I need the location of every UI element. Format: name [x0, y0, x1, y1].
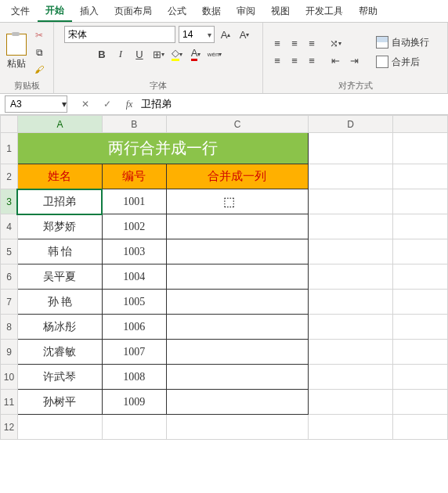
cell[interactable]: [393, 415, 448, 440]
cut-icon[interactable]: ✂: [31, 27, 47, 43]
align-middle-icon[interactable]: ≡: [287, 36, 302, 52]
underline-button[interactable]: U: [132, 46, 147, 62]
cell[interactable]: [393, 290, 448, 315]
tab-file[interactable]: 文件: [3, 2, 38, 21]
cell[interactable]: 1008: [102, 365, 166, 390]
grow-font-icon[interactable]: A▴: [218, 27, 233, 42]
cell[interactable]: 孙 艳: [17, 290, 102, 315]
cell[interactable]: [309, 415, 393, 440]
row-header-1[interactable]: 1: [1, 133, 18, 164]
bold-button[interactable]: B: [94, 46, 110, 62]
align-left-icon[interactable]: ≡: [269, 53, 285, 69]
cell[interactable]: [309, 315, 393, 340]
cell[interactable]: [309, 214, 393, 239]
name-box-input[interactable]: [5, 99, 62, 110]
confirm-icon[interactable]: ✓: [100, 97, 114, 111]
cell[interactable]: [393, 133, 448, 164]
cell[interactable]: [309, 365, 393, 390]
cell[interactable]: [17, 415, 102, 440]
phonetic-button[interactable]: wén▾: [207, 46, 222, 62]
font-name-combo[interactable]: ▾: [64, 26, 175, 43]
wrap-text-button[interactable]: 自动换行: [373, 34, 432, 51]
row-header-8[interactable]: 8: [1, 315, 18, 340]
border-button[interactable]: ⊞▾: [150, 46, 166, 62]
cell[interactable]: [166, 365, 309, 390]
name-box[interactable]: ▾: [5, 95, 67, 113]
row-header-7[interactable]: 7: [1, 290, 18, 315]
row-header-9[interactable]: 9: [1, 340, 18, 365]
cell[interactable]: 沈睿敏: [17, 340, 102, 365]
cell[interactable]: [393, 264, 448, 290]
align-top-icon[interactable]: ≡: [269, 36, 285, 52]
tab-dev[interactable]: 开发工具: [298, 2, 351, 21]
sheet-grid[interactable]: A B C D 1 两行合并成一行 2 姓名 编号 合并成一列 3 卫招弟 10…: [0, 115, 448, 440]
tab-home[interactable]: 开始: [38, 1, 72, 22]
header-merge[interactable]: 合并成一列: [166, 164, 309, 189]
chevron-down-icon[interactable]: ▾: [62, 99, 67, 110]
merge-button[interactable]: 合并后: [373, 54, 432, 70]
tab-insert[interactable]: 插入: [72, 2, 107, 21]
paste-icon[interactable]: [6, 34, 27, 56]
tab-layout[interactable]: 页面布局: [107, 2, 160, 21]
cell[interactable]: 1009: [102, 390, 166, 415]
row-header-4[interactable]: 4: [1, 214, 18, 239]
col-header-c[interactable]: C: [166, 116, 309, 133]
col-header-b[interactable]: B: [102, 116, 166, 133]
cell[interactable]: [166, 214, 309, 239]
cell[interactable]: 1005: [102, 290, 166, 315]
tab-review[interactable]: 审阅: [229, 2, 263, 21]
title-cell[interactable]: 两行合并成一行: [17, 133, 308, 164]
row-header-5[interactable]: 5: [1, 239, 18, 264]
tab-help[interactable]: 帮助: [351, 2, 385, 21]
row-header-3[interactable]: 3: [1, 189, 18, 214]
cell[interactable]: [393, 164, 448, 189]
cell[interactable]: [309, 340, 393, 365]
cell[interactable]: [393, 315, 448, 340]
col-header[interactable]: [393, 116, 448, 133]
cell[interactable]: [309, 189, 393, 214]
cell-a3[interactable]: 卫招弟: [17, 189, 102, 214]
cell[interactable]: 1004: [102, 264, 166, 290]
font-size-input[interactable]: [179, 29, 204, 40]
cell[interactable]: [393, 390, 448, 415]
cell[interactable]: 1006: [102, 315, 166, 340]
cell[interactable]: [166, 239, 309, 264]
align-center-icon[interactable]: ≡: [287, 53, 302, 69]
cell[interactable]: [393, 365, 448, 390]
header-name[interactable]: 姓名: [17, 164, 102, 189]
cell[interactable]: [166, 415, 309, 440]
cell[interactable]: [309, 264, 393, 290]
cell[interactable]: [309, 133, 393, 164]
cell[interactable]: [166, 390, 309, 415]
cell[interactable]: [309, 239, 393, 264]
copy-icon[interactable]: ⧉: [31, 45, 47, 60]
select-all-corner[interactable]: [1, 116, 18, 133]
font-color-button[interactable]: A▾: [188, 46, 204, 62]
header-id[interactable]: 编号: [102, 164, 166, 189]
cell[interactable]: [393, 189, 448, 214]
cell[interactable]: [166, 264, 309, 290]
cell[interactable]: 吴平夏: [17, 264, 102, 290]
tab-formula[interactable]: 公式: [160, 2, 194, 21]
cell-b3[interactable]: 1001: [102, 189, 166, 214]
cell-c3[interactable]: ⬚: [166, 189, 309, 214]
fill-color-button[interactable]: ◇▾: [169, 46, 185, 62]
orientation-icon[interactable]: ⤭▾: [327, 36, 343, 52]
cell[interactable]: [309, 290, 393, 315]
tab-view[interactable]: 视图: [263, 2, 298, 21]
cell[interactable]: [393, 340, 448, 365]
row-header-10[interactable]: 10: [1, 365, 18, 390]
cell[interactable]: 1007: [102, 340, 166, 365]
cell[interactable]: [309, 164, 393, 189]
cancel-icon[interactable]: ✕: [78, 97, 92, 111]
cell[interactable]: [393, 239, 448, 264]
indent-decrease-icon[interactable]: ⇤: [327, 53, 343, 69]
align-bottom-icon[interactable]: ≡: [304, 36, 320, 52]
cell[interactable]: [102, 415, 166, 440]
row-header-12[interactable]: 12: [1, 415, 18, 440]
cell[interactable]: 1003: [102, 239, 166, 264]
cell[interactable]: 杨冰彤: [17, 315, 102, 340]
row-header-2[interactable]: 2: [1, 164, 18, 189]
col-header-a[interactable]: A: [17, 116, 102, 133]
cell[interactable]: [309, 390, 393, 415]
